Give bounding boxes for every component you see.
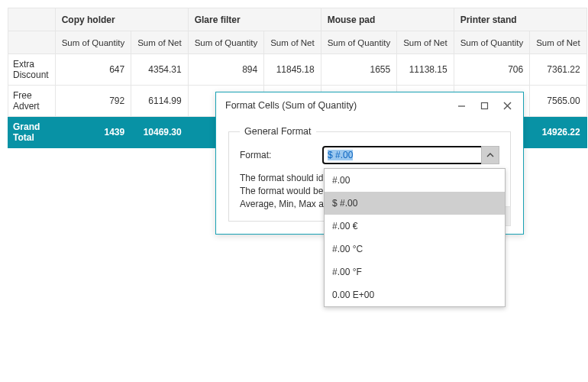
minimize-button[interactable] xyxy=(451,96,471,115)
maximize-button[interactable] xyxy=(474,96,494,115)
dropdown-option[interactable]: $ #.00 xyxy=(325,192,505,215)
cell[interactable]: 11138.15 xyxy=(397,54,454,86)
sub-header: Sum of Quantity xyxy=(321,31,396,54)
format-input[interactable] xyxy=(322,146,499,164)
cell[interactable]: 6114.99 xyxy=(131,86,189,117)
group-header-row: Copy holder Glare filter Mouse pad Print… xyxy=(8,8,587,31)
sub-header: Sum of Quantity xyxy=(188,31,263,54)
row-label-header xyxy=(8,31,56,54)
cell[interactable]: 706 xyxy=(454,54,529,86)
sub-header: Sum of Net xyxy=(131,31,189,54)
dropdown-toggle-button[interactable] xyxy=(481,146,499,164)
cell[interactable]: 647 xyxy=(55,54,131,86)
sub-header: Sum of Net xyxy=(397,31,454,54)
dropdown-option[interactable]: #.00 € xyxy=(325,215,505,238)
cell[interactable]: 7565.00 xyxy=(530,86,587,117)
svg-rect-1 xyxy=(481,102,487,108)
dropdown-option[interactable]: #.00 °F xyxy=(325,261,505,283)
format-dropdown-list[interactable]: #.00 $ #.00 #.00 € #.00 °C #.00 °F 0.00 … xyxy=(324,168,506,307)
row-label: Free Advert xyxy=(8,86,56,117)
corner-cell xyxy=(8,8,56,31)
chevron-up-icon xyxy=(486,153,494,157)
cell[interactable]: 7361.22 xyxy=(530,54,587,86)
sub-header: Sum of Quantity xyxy=(55,31,131,54)
grand-total-label: Grand Total xyxy=(8,117,56,148)
cell[interactable]: 1655 xyxy=(321,54,396,86)
cell[interactable]: 4354.31 xyxy=(131,54,189,86)
dialog-title: Format Cells (Sum of Quantity) xyxy=(225,100,451,111)
fieldset-legend: General Format xyxy=(240,126,316,137)
total-cell[interactable]: 14926.22 xyxy=(530,117,587,148)
row-label: Extra Discount xyxy=(8,54,56,86)
cell[interactable]: 894 xyxy=(188,54,263,86)
format-combobox[interactable] xyxy=(322,146,499,164)
format-label: Format: xyxy=(240,150,316,160)
group-header: Glare filter xyxy=(188,8,321,31)
total-cell[interactable]: 10469.30 xyxy=(131,117,189,148)
sub-header-row: Sum of Quantity Sum of Net Sum of Quanti… xyxy=(8,31,587,54)
sub-header: Sum of Quantity xyxy=(454,31,529,54)
sub-header: Sum of Net xyxy=(530,31,587,54)
sub-header: Sum of Net xyxy=(264,31,321,54)
cell[interactable]: 11845.18 xyxy=(264,54,321,86)
dropdown-option[interactable]: 0.00 E+00 xyxy=(325,283,505,306)
dropdown-option[interactable]: #.00 xyxy=(325,169,505,192)
total-cell[interactable]: 1439 xyxy=(55,117,131,148)
close-button[interactable] xyxy=(497,96,517,115)
table-row[interactable]: Extra Discount 647 4354.31 894 11845.18 … xyxy=(8,54,587,86)
group-header: Copy holder xyxy=(55,8,188,31)
cell[interactable]: 792 xyxy=(55,86,131,117)
group-header: Printer stand xyxy=(454,8,586,31)
dialog-titlebar[interactable]: Format Cells (Sum of Quantity) xyxy=(216,92,523,118)
group-header: Mouse pad xyxy=(321,8,454,31)
dropdown-option[interactable]: #.00 °C xyxy=(325,238,505,261)
